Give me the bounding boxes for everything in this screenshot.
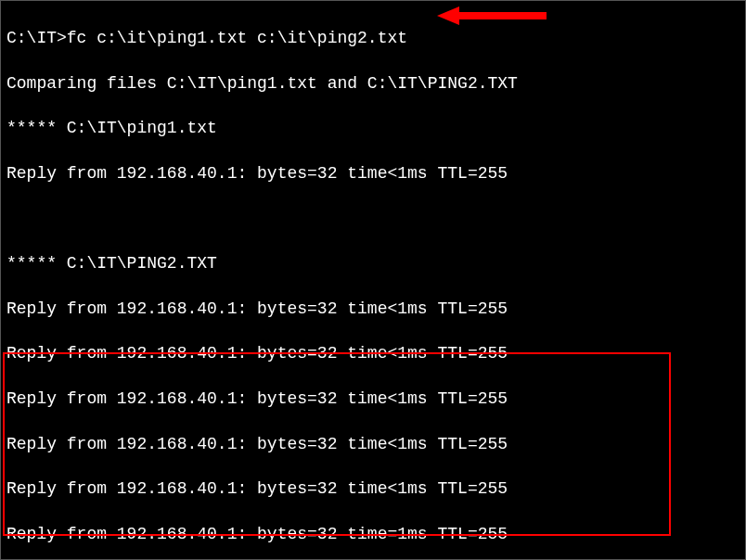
output-line: Reply from 192.168.40.1: bytes=32 time<1…	[6, 477, 740, 500]
output-line	[6, 208, 740, 230]
svg-marker-0	[437, 6, 547, 25]
output-line: Reply from 192.168.40.1: bytes=32 time<1…	[6, 388, 740, 410]
prompt: C:\IT>	[6, 29, 67, 47]
output-line: Reply from 192.168.40.1: bytes=32 time<1…	[6, 433, 740, 455]
output-line: ***** C:\IT\ping1.txt	[6, 117, 740, 139]
annotation-arrow-icon	[437, 5, 548, 27]
output-line: Reply from 192.168.40.1: bytes=32 time<1…	[6, 342, 740, 364]
output-line: Comparing files C:\IT\ping1.txt and C:\I…	[6, 72, 740, 95]
output-line: ***** C:\IT\PING2.TXT	[6, 252, 740, 274]
output-line: Reply from 192.168.40.1: bytes=32 time<1…	[6, 298, 740, 320]
output-line: Reply from 192.168.40.1: bytes=32 time=1…	[6, 523, 740, 545]
command-text: fc c:\it\ping1.txt c:\it\ping2.txt	[67, 29, 407, 47]
terminal-output[interactable]: C:\IT>fc c:\it\ping1.txt c:\it\ping2.txt…	[6, 5, 740, 560]
output-line: Reply from 192.168.40.1: bytes=32 time<1…	[6, 162, 740, 185]
command-line: C:\IT>fc c:\it\ping1.txt c:\it\ping2.txt	[6, 27, 740, 49]
